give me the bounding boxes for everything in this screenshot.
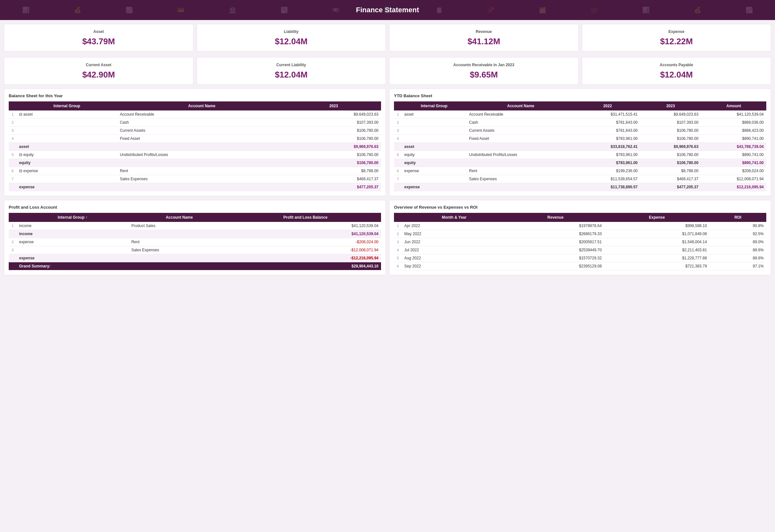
row-num (9, 254, 16, 262)
row-value: $28,904,443.10 (230, 262, 381, 271)
row-account: Cash (466, 118, 575, 127)
kpi-card: Accounts Receivable in Jan 2023 $9.65M (389, 57, 579, 85)
bs-col-2023: 2023 (286, 101, 381, 110)
row-num: 5 (9, 151, 16, 159)
row-num: 7 (394, 175, 402, 183)
row-month: Jul 2022 (402, 246, 507, 254)
row-num: 1 (9, 110, 16, 118)
row-2023: $468,417.37 (640, 175, 701, 183)
table-row: expense -$12,216,095.94 (9, 254, 381, 262)
kpi-label: Revenue (396, 29, 572, 34)
ytd-col-group: Internal Group (402, 101, 466, 110)
table-row: 2 May 2022 $2686179.33 $1,071,849.08 92.… (394, 230, 766, 238)
row-group: expense (402, 167, 466, 175)
row-num: 2 (394, 230, 402, 238)
row-account: Current Assets (117, 127, 286, 135)
row-group: ⊟ equity (16, 151, 117, 159)
kpi-value: $41.12M (396, 36, 572, 46)
kpi-label: Expense (589, 29, 765, 34)
table-row: 4 Fixed Asset $783,961.00 $106,780.00 $8… (394, 135, 766, 143)
kpi-card: Asset $43.79M (4, 24, 193, 51)
table-row: 1 Apr 2022 $1978878.64 $998,588.10 90.8% (394, 222, 766, 230)
row-account (466, 183, 575, 191)
row-value: $106,780.00 (286, 151, 381, 159)
row-num (394, 183, 402, 191)
row-account: Product Sales (129, 222, 230, 230)
balance-sheet-title: Balance Sheet for this Year (9, 93, 381, 98)
row-group (16, 175, 117, 183)
row-roi: 97.1% (709, 262, 766, 271)
pl-col-account: Account Name (129, 213, 230, 222)
row-num: 4 (394, 135, 402, 143)
ro-col-num (394, 213, 402, 222)
row-2022: $781,643.00 (575, 118, 640, 127)
row-value: $477,205.37 (286, 183, 381, 191)
table-row: 7 Sales Expenses $468,417.37 (9, 175, 381, 183)
row-month: Jun 2022 (402, 238, 507, 246)
row-num: 2 (9, 238, 16, 246)
row-num: 7 (9, 175, 16, 183)
kpi-value: $12.22M (589, 36, 765, 46)
ytd-col-amount: Amount (701, 101, 766, 110)
row-amount: $888,423.00 (701, 127, 766, 135)
ytd-balance-sheet-panel: YTD Balance Sheet Internal Group Account… (389, 88, 771, 196)
revenue-overview-table: Month & Year Revenue Expense ROI 1 Apr 2… (394, 213, 766, 271)
row-value: $9,969,976.63 (286, 143, 381, 151)
row-expense: $721,383.79 (604, 262, 709, 271)
kpi-value: $9.65M (396, 70, 572, 80)
row-group (402, 118, 466, 127)
row-revenue: $2395129.08 (507, 262, 604, 271)
table-row: Grand Summary: $28,904,443.10 (9, 262, 381, 271)
row-group: Grand Summary: (16, 262, 129, 271)
kpi-value: $12.04M (203, 70, 379, 80)
row-month: Apr 2022 (402, 222, 507, 230)
row-account: Sales Expenses (117, 175, 286, 183)
table-row: asset $33,818,762.41 $9,969,976.63 $43,7… (394, 143, 766, 151)
row-account (466, 159, 575, 167)
row-group: income (16, 230, 129, 238)
row-value: $106,780.00 (286, 159, 381, 167)
row-value: -$208,024.00 (230, 238, 381, 246)
ytd-col-2022: 2022 (575, 101, 640, 110)
row-roi: 88.6% (709, 254, 766, 262)
kpi-card: Current Asset $42.90M (4, 57, 193, 85)
row-num (9, 230, 16, 238)
row-amount: $889,036.00 (701, 118, 766, 127)
row-group: ⊟ expense (16, 167, 117, 175)
row-account: Sales Expenses (466, 175, 575, 183)
row-account: Current Assets (466, 127, 575, 135)
row-2023: $477,205.37 (640, 183, 701, 191)
row-revenue: $1570729.32 (507, 254, 604, 262)
row-2022: $11,738,890.57 (575, 183, 640, 191)
table-row: 3 Jun 2022 $2005917.51 $1,548,004.14 89.… (394, 238, 766, 246)
row-num (9, 262, 16, 271)
kpi-value: $12.04M (589, 70, 765, 80)
kpi-row-1: Asset $43.79M Liability $12.04M Revenue … (0, 20, 775, 53)
revenue-overview-title: Overview of Revenue vs Expenses vs ROI (394, 205, 766, 210)
row-num: 1 (394, 110, 402, 118)
table-row: equity $106,780.00 (9, 159, 381, 167)
row-2023: $106,780.00 (640, 127, 701, 135)
table-row: 5 equity Undistributed Profits/Losses $7… (394, 151, 766, 159)
row-account (129, 262, 230, 271)
table-row: income $41,120,539.04 (9, 230, 381, 238)
row-num (9, 159, 16, 167)
row-account (129, 230, 230, 238)
row-group (16, 246, 129, 254)
table-row: 1 income Product Sales $41,120,539.04 (9, 222, 381, 230)
row-roi: 89.0% (709, 238, 766, 246)
row-num: 3 (394, 238, 402, 246)
kpi-label: Accounts Payable (589, 63, 765, 67)
row-group (402, 135, 466, 143)
row-expense: $1,071,849.08 (604, 230, 709, 238)
row-account: Fixed Asset (466, 135, 575, 143)
row-2023: $9,649,023.63 (640, 110, 701, 118)
ytd-title: YTD Balance Sheet (394, 93, 766, 98)
row-group: asset (402, 110, 466, 118)
kpi-card: Revenue $41.12M (389, 24, 579, 51)
row-value: $106,780.00 (286, 127, 381, 135)
row-value: $8,788.00 (286, 167, 381, 175)
content-row-1: Balance Sheet for this Year Internal Gro… (0, 87, 775, 198)
row-num: 6 (394, 262, 402, 271)
profit-loss-table: Internal Group ↑ Account Name Profit and… (9, 213, 381, 271)
